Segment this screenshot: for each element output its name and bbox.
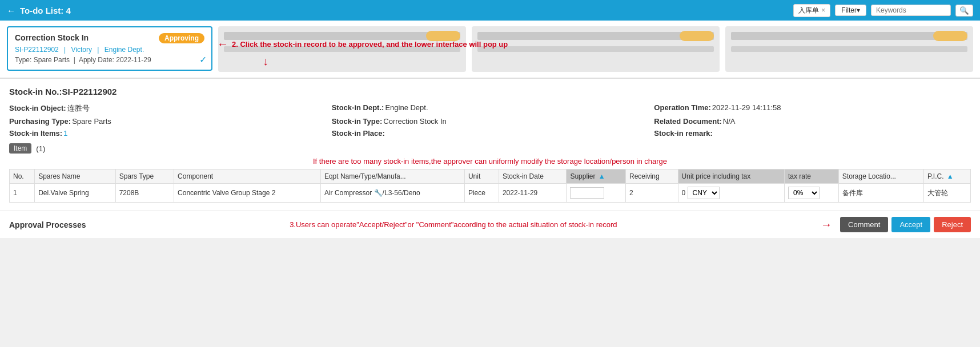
related-value: N/A <box>723 117 736 126</box>
dept-row: Stock-in Dept.: Engine Dept. <box>332 103 649 114</box>
supplier-input[interactable] <box>570 187 604 199</box>
related-label: Related Document: <box>654 117 721 126</box>
arrow-right-icon: → <box>821 218 832 231</box>
items-label: Stock-in Items: <box>9 129 62 138</box>
col-supplier: Supplier ▲ <box>567 170 626 184</box>
table-row: 1 Del.Valve Spring 7208B Concentric Valv… <box>10 184 971 203</box>
stock-type-label: Stock-in Type: <box>332 117 383 126</box>
col-no: No. <box>10 170 35 184</box>
place-label: Stock-in Place: <box>332 129 385 138</box>
stock-in-card[interactable]: Correction Stock In Approving SI-P221129… <box>7 26 212 71</box>
dept-label: Stock-in Dept.: <box>332 103 384 112</box>
cell-component: Concentric Valve Group Stage 2 <box>174 184 321 203</box>
apply-label: Apply Date: <box>79 56 114 64</box>
cell-pic: 大管轮 <box>924 184 971 203</box>
purchasing-value: Spare Parts <box>72 117 111 126</box>
detail-section: Stock-in No.:SI-P22112902 Stock-in Objec… <box>0 79 980 211</box>
modify-note: If there are too many stock-in items,the… <box>9 157 971 166</box>
approval-processes-label: Approval Processes <box>9 220 86 229</box>
op-time-value: 2022-11-29 14:11:58 <box>712 103 781 112</box>
col-storage: Storage Locatio... <box>838 170 923 184</box>
table-header-row: No. Spares Name Spars Type Component Eqp… <box>10 170 971 184</box>
arrow-down: ↓ <box>263 55 268 67</box>
col-unit-price: Unit price including tax <box>678 170 784 184</box>
card-id: SI-P22112902 <box>15 46 59 54</box>
cell-no: 1 <box>10 184 35 203</box>
reject-button[interactable]: Reject <box>934 217 971 232</box>
info-grid: Stock-in Object: 连胜号 Stock-in Dept.: Eng… <box>9 103 971 138</box>
purchasing-row: Purchasing Type: Spare Parts <box>9 117 326 126</box>
op-time-row: Operation Time: 2022-11-29 14:11:58 <box>654 103 971 114</box>
col-receiving: Receiving <box>625 170 678 184</box>
card-type: Type: Spare Parts | Apply Date: 2022-11-… <box>15 56 204 64</box>
card-list-wrapper: Correction Stock In Approving SI-P221129… <box>0 21 980 79</box>
cell-unit-price: 0 CNY USD <box>678 184 784 203</box>
col-tax-rate: tax rate <box>785 170 839 184</box>
tag-label: 入库单 <box>798 6 819 15</box>
filter-area: 入库单 × Filter▾ 🔍 <box>793 4 973 17</box>
related-row: Related Document: N/A <box>654 117 971 126</box>
currency-select[interactable]: CNY USD <box>688 187 720 199</box>
annotation-1-text: 2. Click the stock-in record to be appro… <box>232 40 508 49</box>
col-stock-in-date: Stock-in Date <box>499 170 567 184</box>
bottom-buttons: → Comment Accept Reject <box>821 217 971 232</box>
card-victory: Victory <box>71 46 92 54</box>
op-time-label: Operation Time: <box>654 103 710 112</box>
cell-tax-rate: 0% 5% 10% <box>785 184 839 203</box>
cell-spares-name: Del.Valve Spring <box>35 184 116 203</box>
cell-spars-type: 7208B <box>115 184 174 203</box>
items-value[interactable]: 1 <box>63 129 67 138</box>
card-list: Correction Stock In Approving SI-P221129… <box>0 21 980 79</box>
approving-badge: Approving <box>159 33 204 43</box>
search-input[interactable] <box>871 5 951 16</box>
col-eqpt: Eqpt Name/Type/Manufa... <box>320 170 464 184</box>
card-title: Correction Stock In <box>15 33 89 42</box>
accept-button[interactable]: Accept <box>891 217 930 232</box>
remark-row: Stock-in remark: <box>654 129 971 138</box>
card-meta: SI-P22112902 | Victory | Engine Dept. <box>15 46 204 54</box>
card-check-icon: ✓ <box>199 54 207 65</box>
detail-title: Stock-in No.:SI-P22112902 <box>9 87 971 96</box>
back-button[interactable]: ← <box>7 6 15 15</box>
col-pic: P.I.C. ▲ <box>924 170 971 184</box>
apply-date: 2022-11-29 <box>116 56 151 64</box>
card-dept: Engine Dept. <box>105 46 144 54</box>
stock-type-row: Stock-in Type: Correction Stock In <box>332 117 649 126</box>
search-icon-button[interactable]: 🔍 <box>955 5 973 17</box>
cell-storage: 备件库 <box>838 184 923 203</box>
col-unit: Unit <box>464 170 499 184</box>
annotation-1: ← 2. Click the stock-in record to be app… <box>217 38 980 51</box>
bottom-bar: Approval Processes 3.Users can operate"A… <box>0 211 980 238</box>
col-spars-type: Spars Type <box>115 170 174 184</box>
tag-button[interactable]: 入库单 × <box>793 4 830 17</box>
arrow-down-icon: ↓ <box>263 55 268 68</box>
object-row: Stock-in Object: 连胜号 <box>9 103 326 114</box>
item-header: Item (1) <box>9 143 971 154</box>
item-tag: Item <box>9 143 31 154</box>
cell-stock-in-date: 2022-11-29 <box>499 184 567 203</box>
dept-value: Engine Dept. <box>385 103 428 112</box>
comment-button[interactable]: Comment <box>840 217 888 232</box>
object-label: Stock-in Object: <box>9 104 66 112</box>
card-header: Correction Stock In Approving <box>15 33 204 43</box>
type-label: Type: <box>15 56 31 64</box>
cell-eqpt: Air Compressor 🔧/L3-56/Deno <box>320 184 464 203</box>
card-sep2: | <box>97 46 99 54</box>
stock-type-value: Correction Stock In <box>383 117 447 126</box>
cell-supplier <box>567 184 626 203</box>
col-component: Component <box>174 170 321 184</box>
tax-rate-select[interactable]: 0% 5% 10% <box>788 187 820 199</box>
bottom-note: 3.Users can operate"Accept/Reject"or "Co… <box>86 220 821 229</box>
unit-price-value: 0 <box>682 189 686 197</box>
cell-receiving: 2 <box>625 184 678 203</box>
item-count: (1) <box>36 144 45 153</box>
card-sep1: | <box>64 46 66 54</box>
items-table: No. Spares Name Spars Type Component Eqp… <box>9 169 971 203</box>
remark-label: Stock-in remark: <box>654 129 713 138</box>
arrow-left-icon: ← <box>217 38 228 51</box>
items-row: Stock-in Items: 1 <box>9 129 326 138</box>
filter-button[interactable]: Filter▾ <box>835 5 866 16</box>
tag-close-icon[interactable]: × <box>821 6 825 14</box>
col-spares-name: Spares Name <box>35 170 116 184</box>
top-bar: ← To-do List: 4 入库单 × Filter▾ 🔍 <box>0 0 980 21</box>
